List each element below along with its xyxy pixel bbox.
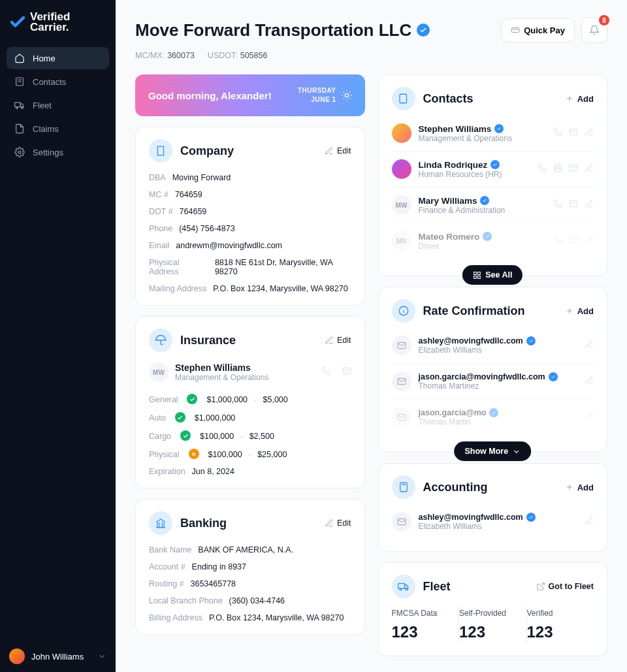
accounting-card: Accounting Add ashley@movingfwdllc.com E… xyxy=(378,463,608,552)
pencil-icon xyxy=(325,146,334,155)
email-button[interactable] xyxy=(569,235,578,247)
pencil-icon xyxy=(325,519,334,528)
add-rate-button[interactable]: Add xyxy=(565,306,594,316)
card-title: Accounting xyxy=(423,481,557,494)
bell-icon xyxy=(589,25,600,35)
status-ok-icon xyxy=(175,412,185,423)
mail-avatar xyxy=(392,408,411,427)
nav-home[interactable]: Home xyxy=(7,47,109,69)
users-icon xyxy=(392,87,415,110)
phone-button[interactable] xyxy=(321,366,330,378)
nav-claims[interactable]: Claims xyxy=(7,118,109,140)
banking-field: Routing #3653465778 xyxy=(149,579,351,588)
company-field: Phone(454) 756-4873 xyxy=(149,224,351,233)
avatar xyxy=(392,123,411,143)
avatar: MW xyxy=(149,362,169,382)
contact-row[interactable]: Stephen Williams Management & Operations xyxy=(392,116,594,151)
nav-contacts[interactable]: Contacts xyxy=(7,71,109,93)
svg-rect-45 xyxy=(400,483,407,492)
svg-rect-35 xyxy=(474,276,477,278)
card-title: Company xyxy=(180,144,317,158)
plus-icon xyxy=(565,483,574,492)
add-accounting-button[interactable]: Add xyxy=(565,483,594,492)
go-to-fleet-button[interactable]: Got to Fleet xyxy=(536,582,594,591)
email-button[interactable] xyxy=(569,127,578,139)
rate-row[interactable]: jason.garcia@movingfwdllc.com Thomas Mar… xyxy=(392,363,594,399)
edit-button[interactable] xyxy=(585,516,594,528)
contact-row[interactable]: MWMary Williams Finance & Administration xyxy=(392,187,594,223)
contact-name: Stephen Williams xyxy=(419,124,547,134)
print-button[interactable] xyxy=(553,163,562,175)
company-field: DOT #764659 xyxy=(149,207,351,216)
bank-icon xyxy=(149,511,172,535)
svg-line-13 xyxy=(349,98,350,99)
rate-row[interactable]: jason.garcia@mo Thomas Martin xyxy=(392,399,594,435)
nav-label: Settings xyxy=(33,148,63,157)
banking-card: Banking Edit Bank NameBANK OF AMERICA, N… xyxy=(135,499,365,635)
calculator-icon xyxy=(392,475,415,499)
rate-row[interactable]: ashley@movingfwdllc.com Elizabeth Willia… xyxy=(392,328,594,363)
contact-role: Management & Operations xyxy=(419,134,547,143)
contacts-card: Contacts Add Stephen Williams Management… xyxy=(378,74,608,276)
mail-avatar xyxy=(392,512,411,532)
email-button[interactable] xyxy=(342,366,351,378)
verified-icon xyxy=(480,196,489,205)
phone-button[interactable] xyxy=(553,235,562,247)
edit-banking-button[interactable]: Edit xyxy=(325,519,351,528)
fleet-stat: Verified123 xyxy=(527,606,594,644)
email-button[interactable] xyxy=(569,199,578,211)
card-title: Banking xyxy=(180,517,317,530)
page-title: Move Forward Transportation LLC xyxy=(135,20,494,40)
home-icon xyxy=(14,53,25,63)
nav-fleet[interactable]: Fleet xyxy=(7,94,109,116)
banking-field: Account #Ending in 8937 xyxy=(149,562,351,571)
header: Move Forward Transportation LLC Quick Pa… xyxy=(135,17,607,60)
logo[interactable]: VerifiedCarrier. xyxy=(0,0,116,44)
phone-button[interactable] xyxy=(553,199,562,211)
external-icon xyxy=(536,582,545,591)
see-all-button[interactable]: See All xyxy=(462,265,522,285)
edit-button[interactable] xyxy=(585,127,594,139)
edit-button[interactable] xyxy=(585,376,594,387)
greeting-text: Good morning, Alexander! xyxy=(148,90,298,101)
edit-button[interactable] xyxy=(585,340,594,351)
show-more-button[interactable]: Show More xyxy=(454,441,531,461)
svg-line-17 xyxy=(349,92,350,93)
quick-pay-button[interactable]: Quick Pay xyxy=(501,18,575,42)
nav-label: Claims xyxy=(33,124,59,134)
company-field: DBAMoving Forward xyxy=(149,173,351,182)
svg-rect-18 xyxy=(158,146,164,155)
contact-row[interactable]: MRMateo Romero Driver xyxy=(392,223,594,259)
card-title: Insurance xyxy=(180,334,317,347)
edit-button[interactable] xyxy=(585,199,594,211)
edit-button[interactable] xyxy=(585,411,594,423)
verified-icon xyxy=(483,232,492,241)
add-contact-button[interactable]: Add xyxy=(565,94,594,104)
edit-button[interactable] xyxy=(585,163,594,175)
svg-line-12 xyxy=(343,92,344,93)
contact-row[interactable]: Linda Rodriquez Human Resources (HR) xyxy=(392,151,594,187)
company-field: Emailandrewm@movingfwdllc.com xyxy=(149,241,351,250)
status-warn-icon xyxy=(189,449,199,459)
svg-point-52 xyxy=(406,588,408,590)
notifications-button[interactable]: 8 xyxy=(581,17,607,43)
info-icon xyxy=(392,299,415,323)
accounting-row[interactable]: ashley@movingfwdllc.com Elizabeth Willia… xyxy=(392,504,594,539)
nav-settings[interactable]: Settings xyxy=(7,141,109,163)
fleet-stat: FMCSA Data123 xyxy=(392,606,460,644)
user-menu[interactable]: John Williams xyxy=(0,641,116,672)
phone-button[interactable] xyxy=(553,127,562,139)
edit-insurance-button[interactable]: Edit xyxy=(325,336,351,345)
verified-icon xyxy=(494,124,504,133)
contact-name: Mary Williams xyxy=(419,196,547,206)
sun-icon xyxy=(342,90,352,101)
edit-company-button[interactable]: Edit xyxy=(325,146,351,155)
phone-button[interactable] xyxy=(538,163,547,175)
edit-button[interactable] xyxy=(585,235,594,247)
rate-name: Thomas Martinez xyxy=(419,381,578,391)
avatar xyxy=(392,159,411,179)
pencil-icon xyxy=(325,336,334,345)
rate-name: Thomas Martin xyxy=(419,417,578,426)
email-button[interactable] xyxy=(569,163,578,175)
rate-name: Elizabeth Williams xyxy=(419,345,578,355)
